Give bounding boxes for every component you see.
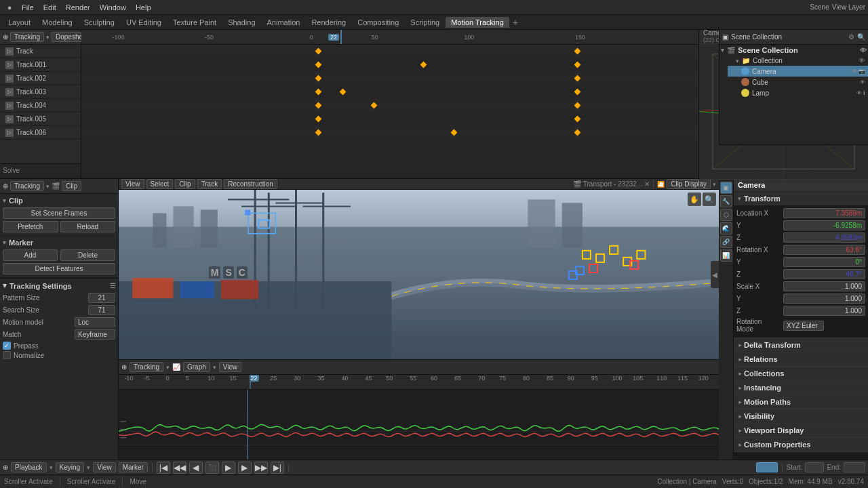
motion-paths-header[interactable]: ▾ Motion Paths [734, 395, 868, 409]
last-frame-btn[interactable]: ▶| [271, 462, 284, 474]
clip-reconstruction-btn[interactable]: Reconstruction [224, 179, 277, 189]
track-row-1[interactable]: ▷ Track.001 [0, 58, 81, 72]
collections-header[interactable]: ▾ Collections [734, 367, 868, 380]
match-dropdown[interactable]: Keyframe [75, 329, 115, 340]
clip-btn[interactable]: Clip [62, 181, 81, 191]
outliner-search-icon[interactable]: 🔍 [857, 33, 865, 41]
keying-btn[interactable]: Keying [56, 462, 85, 472]
scroller-activate-left[interactable]: Scroller Activate [4, 478, 53, 485]
next-key-btn[interactable]: ▶▶ [254, 462, 268, 474]
clip-dropdown-icon[interactable]: ▾ [46, 183, 50, 190]
graph-tracking-btn[interactable]: Tracking [130, 362, 163, 372]
current-frame-input[interactable]: 22 [756, 462, 778, 472]
dopesheet-tracking-btn[interactable]: Tracking [10, 32, 44, 42]
tracking-settings-header[interactable]: ▾ Tracking Settings ☰ [3, 281, 115, 290]
menu-file[interactable]: File [18, 2, 38, 13]
collection-eye[interactable]: 👁 [859, 57, 865, 64]
instancing-header[interactable]: ▾ Instancing [734, 381, 868, 394]
graph-view-btn[interactable]: View [219, 362, 242, 372]
scale-x-value[interactable]: 1.000 [783, 281, 865, 291]
playback-dropdown[interactable]: ▾ [50, 464, 53, 471]
prop-btn-constraints[interactable]: 🔗 [720, 236, 732, 248]
playback-btn[interactable]: Playback [11, 462, 47, 472]
set-scene-frames-btn[interactable]: Set Scene Frames [3, 207, 115, 219]
clip-view-btn[interactable]: View [121, 179, 144, 189]
track-row-6[interactable]: ▷ Track.006 [0, 126, 81, 140]
panel-collapse-btn[interactable]: ◀ [711, 261, 719, 288]
prev-key-btn[interactable]: ◀◀ [173, 462, 186, 474]
prefetch-btn[interactable]: Prefetch [3, 221, 58, 232]
rotation-y-value[interactable]: 0° [783, 257, 865, 267]
ws-tab-animation[interactable]: Animation [262, 17, 306, 28]
dopesheet-dropdown-icon[interactable]: ▾ [46, 34, 50, 41]
graph-canvas[interactable]: | | | [119, 390, 719, 460]
camera-visibility-btn[interactable]: 👁 [852, 68, 857, 75]
transform-header[interactable]: ▾ Transform [734, 192, 868, 205]
motion-model-dropdown[interactable]: Loc [75, 317, 115, 327]
prepass-checkbox[interactable]: ✓ [3, 342, 11, 350]
graph-timeline-ruler[interactable]: -10 -5 0 5 10 15 22 25 30 35 40 45 [119, 375, 719, 390]
normalize-checkbox[interactable] [3, 351, 11, 359]
scale-z-value[interactable]: 1.000 [783, 306, 865, 316]
graph-label-btn[interactable]: Graph [183, 362, 210, 372]
collection-item[interactable]: ▾ 📁 Collection 👁 [728, 56, 868, 66]
ws-tab-modeling[interactable]: Modeling [37, 17, 78, 28]
outliner-filter-icon[interactable]: ⚙ [848, 33, 854, 41]
viewport-hand-overlay-btn[interactable]: ✋ [688, 192, 701, 206]
main-clip-viewport[interactable]: M S C ✋ 🔍 ◀ [119, 190, 719, 359]
track-row-4[interactable]: ▷ Track.004 [0, 99, 81, 113]
rotation-z-value[interactable]: 46.7° [783, 269, 865, 279]
reload-btn[interactable]: Reload [60, 221, 116, 232]
playback-view-btn[interactable]: View [93, 462, 116, 472]
menu-render[interactable]: Render [62, 2, 94, 13]
track-row-5[interactable]: ▷ Track.005 [0, 113, 81, 126]
transport-close-btn[interactable]: ✕ [644, 180, 650, 188]
timeline-ruler-upper[interactable]: -100 -50 0 22 50 100 150 [81, 30, 698, 45]
track-row-0[interactable]: ▷ Track [0, 45, 81, 58]
start-frame-input[interactable]: 1 [805, 462, 824, 472]
ws-tab-uv[interactable]: UV Editing [121, 17, 167, 28]
keying-dropdown[interactable]: ▾ [87, 464, 90, 471]
rotation-mode-dropdown[interactable]: XYZ Euler [783, 321, 824, 331]
detect-features-btn[interactable]: Detect Features [3, 263, 115, 274]
clip-display-btn[interactable]: Clip Display [667, 179, 711, 189]
location-x-value[interactable]: 7.3589m [783, 208, 865, 218]
prop-btn-physics[interactable]: 🌊 [720, 222, 732, 235]
first-frame-btn[interactable]: |◀ [157, 462, 170, 474]
cube-visibility-btn[interactable]: 👁 [860, 79, 865, 85]
delete-marker-btn[interactable]: Delete [60, 249, 115, 261]
end-frame-input[interactable]: 150 [844, 462, 865, 472]
rotation-x-value[interactable]: 63.6° [783, 245, 865, 255]
viewport-zoom-overlay-btn[interactable]: 🔍 [703, 192, 716, 206]
ws-tab-layout[interactable]: Layout [3, 17, 36, 28]
location-y-value[interactable]: -6.9258m [783, 220, 865, 230]
scene-coll-eye[interactable]: 👁 [860, 47, 867, 54]
location-z-value[interactable]: 4.9583m [783, 232, 865, 243]
viewport-display-header[interactable]: ▾ Viewport Display [734, 424, 868, 437]
camera-tree-item[interactable]: Camera 👁 📷 [728, 66, 868, 77]
menu-help[interactable]: Help [132, 2, 155, 13]
camera-render-btn[interactable]: 📷 [859, 68, 865, 75]
graph-dropdown-icon[interactable]: ▾ [166, 364, 170, 371]
track-row-2[interactable]: ▷ Track.002 [0, 72, 81, 85]
marker-collapse-arrow[interactable]: ▾ [3, 239, 6, 246]
track-row-3[interactable]: ▷ Track.003 [0, 85, 81, 99]
scale-y-value[interactable]: 1.000 [783, 293, 865, 304]
scene-collection-header[interactable]: ▾ 🎬 Scene Collection 👁 [719, 45, 868, 56]
graph-label-dropdown[interactable]: ▾ [213, 364, 216, 371]
clip-tracking-btn[interactable]: Tracking [10, 181, 44, 191]
search-size-value[interactable]: 71 [88, 305, 115, 315]
prop-btn-particles[interactable]: ⬡ [720, 209, 732, 221]
prop-btn-data[interactable]: 📊 [720, 249, 732, 262]
menu-edit[interactable]: Edit [39, 2, 60, 13]
lamp-tree-item[interactable]: Lamp 👁 ℹ [728, 87, 868, 98]
play-btn[interactable]: ▶ [222, 462, 235, 474]
pattern-size-value[interactable]: 21 [88, 293, 115, 303]
cube-tree-item[interactable]: Cube 👁 [728, 77, 868, 87]
tracking-settings-list-icon[interactable]: ☰ [110, 283, 115, 289]
ws-tab-sculpting[interactable]: Sculpting [79, 17, 120, 28]
stop-btn[interactable]: ⬛ [205, 462, 219, 474]
lamp-visibility-btn[interactable]: 👁 [856, 90, 862, 96]
prop-btn-modifier[interactable]: 🔧 [720, 195, 732, 207]
clip-track-btn[interactable]: Track [197, 179, 222, 189]
